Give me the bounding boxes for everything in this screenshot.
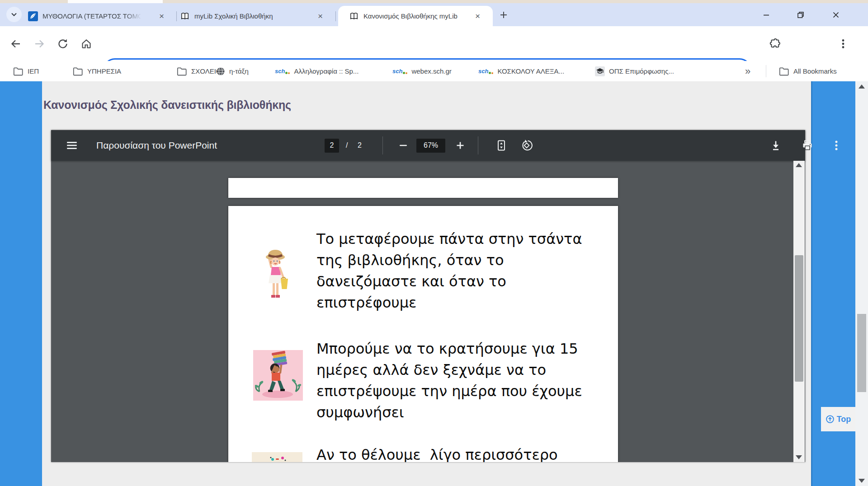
bookmark-ops-epimorfosis[interactable]: ΟΠΣ Επιμόρφωσης... <box>595 61 674 81</box>
reload-button[interactable] <box>55 36 71 51</box>
tab-mylib-library[interactable]: myLib Σχολική Βιβλιοθήκη × <box>180 6 334 26</box>
tab-rules-active[interactable]: Κανονισμός Βιβλιοθήκης myLib × <box>338 6 493 26</box>
tab-search-button[interactable] <box>6 7 22 22</box>
tab-close-icon[interactable]: × <box>159 12 164 20</box>
fit-to-page-icon <box>495 139 508 152</box>
extensions-button[interactable] <box>767 36 783 51</box>
pdf-more-options-button[interactable] <box>831 130 841 161</box>
pdf-scrollbar-thumb[interactable] <box>795 255 803 382</box>
page-content: Κανονισμός Σχολικής δανειστικής βιβλιοθή… <box>42 81 812 486</box>
home-button[interactable] <box>79 36 94 51</box>
partial-illustration <box>252 452 302 462</box>
tab-title: myLib Σχολική Βιβλιοθήκη <box>194 12 273 20</box>
scroll-up-icon[interactable] <box>796 163 802 167</box>
slide-line: επιστρέφουμε <box>316 292 582 313</box>
plus-icon <box>499 10 508 19</box>
minimize-button[interactable] <box>756 3 777 26</box>
bookmark-webex[interactable]: sch webex.sch.gr <box>392 61 452 81</box>
browser-scrollbar[interactable] <box>855 81 868 486</box>
all-bookmarks-button[interactable]: All Bookmarks <box>778 61 837 81</box>
back-to-top-button[interactable]: Top <box>821 407 855 431</box>
slide-line: επιστρέψουμε την ημέρα που έχουμε <box>316 381 582 402</box>
scroll-down-icon[interactable] <box>796 455 802 459</box>
print-icon <box>802 140 813 151</box>
pdf-scrollbar[interactable] <box>793 161 805 462</box>
tab-close-icon[interactable]: × <box>475 12 480 20</box>
tab-separator <box>335 11 336 21</box>
minimize-icon <box>763 11 770 19</box>
pdf-rotate-button[interactable] <box>520 130 533 161</box>
slide-line: της βιβλιοθήκης, όταν το <box>316 250 582 271</box>
pdf-menu-button[interactable] <box>66 130 77 161</box>
rotate-ccw-icon <box>520 139 533 152</box>
sch-logo-icon: sch <box>392 68 407 74</box>
pdf-zoom-out-button[interactable] <box>399 130 407 161</box>
bookmark-sxoleio[interactable]: ΣΧΟΛΕΙΟ <box>176 61 222 81</box>
restore-icon <box>797 11 804 19</box>
page-separator: / <box>346 130 348 161</box>
back-button[interactable] <box>8 36 24 51</box>
pdf-document-area[interactable]: Το μεταφέρουμε πάντα στην τσάντα της βιβ… <box>51 161 805 462</box>
browser-menu-button[interactable] <box>835 36 851 51</box>
pdf-zoom-in-button[interactable] <box>456 130 464 161</box>
slide-line: συμφωνήσει <box>316 402 582 423</box>
bookmark-iep[interactable]: ΙΕΠ <box>13 61 39 81</box>
tab-separator <box>176 11 177 21</box>
browser-scrollbar-thumb[interactable] <box>857 314 866 392</box>
slide-line: Αν το θέλουμε λίγο περισσότερο <box>316 444 558 462</box>
pdf-zoom-level-field[interactable]: 67% <box>416 130 445 161</box>
bookmark-label: η-τάξη <box>229 67 249 75</box>
pdf-download-button[interactable] <box>770 130 782 161</box>
new-tab-button[interactable] <box>499 10 508 19</box>
pdf-current-page-field[interactable]: 2 <box>325 130 339 161</box>
puzzle-icon <box>769 37 781 50</box>
tab-close-icon[interactable]: × <box>318 12 323 20</box>
sch-logo-icon: sch <box>275 68 290 74</box>
browser-window: ΜΥΘΟΛΟΓΙΑ (ΤΕΤΑΡΤΟΣ ΤΟΜΟ × myLib Σχολική… <box>0 0 868 486</box>
forward-arrow-icon <box>33 38 45 50</box>
home-icon <box>80 38 92 50</box>
pdf-toolbar-separator <box>478 136 478 154</box>
back-arrow-icon <box>10 38 22 50</box>
all-bookmarks-label: All Bookmarks <box>793 67 837 75</box>
scroll-down-icon[interactable] <box>859 479 865 483</box>
bookmarks-separator <box>766 65 766 77</box>
bookmark-allilografia[interactable]: sch Αλληλογραφία :: Sp... <box>275 61 359 81</box>
folder-icon <box>176 66 187 76</box>
graduation-cap-icon <box>595 66 605 76</box>
bookmarks-bar: ΙΕΠ ΥΠΗΡΕΣΙΑ ΣΧΟΛΕΙΟ η-τάξη sch Αλληλογρ… <box>0 61 868 82</box>
open-book-favicon-icon <box>349 11 359 21</box>
close-window-button[interactable] <box>826 3 846 26</box>
bookmark-ypiresia[interactable]: ΥΠΗΡΕΣΙΑ <box>72 61 121 81</box>
forward-button[interactable] <box>32 36 47 51</box>
slide-line: Το μεταφέρουμε πάντα στην τσάντα <box>316 229 582 250</box>
download-icon <box>770 140 782 151</box>
slide-line: ημέρες αλλά δεν ξεχνάμε να το <box>316 360 582 381</box>
top-button-label: Top <box>837 415 851 424</box>
pdf-viewer-embed: Παρουσίαση του PowerPoint 2 / 2 67% <box>51 130 805 462</box>
tab-mythologia[interactable]: ΜΥΘΟΛΟΓΙΑ (ΤΕΤΑΡΤΟΣ ΤΟΜΟ × <box>28 6 174 26</box>
total-pages: 2 <box>358 130 362 161</box>
bookmark-koskolou[interactable]: sch ΚΟΣΚΟΛΟΥ ΑΛΕΞΑ... <box>478 61 564 81</box>
webpage-viewport: Κανονισμός Σχολικής δανειστικής βιβλιοθή… <box>0 81 868 486</box>
minus-icon <box>399 141 407 150</box>
open-book-favicon-icon <box>180 11 190 21</box>
pdf-print-button[interactable] <box>802 130 813 161</box>
slide-paragraph-2: Μπορούμε να το κρατήσουμε για 15 ημέρες … <box>316 338 582 423</box>
desktop-edge <box>0 0 868 3</box>
restore-button[interactable] <box>790 3 811 26</box>
bookmark-label: ΚΟΣΚΟΛΟΥ ΑΛΕΞΑ... <box>497 67 564 75</box>
pdf-document-title: Παρουσίαση του PowerPoint <box>96 130 217 161</box>
chevron-down-icon <box>10 11 18 18</box>
pdf-fit-page-button[interactable] <box>495 130 508 161</box>
ebook-feather-favicon-icon <box>28 11 38 21</box>
navigation-toolbar: https://lib1nipmelissia.mysch.gr/rules <box>0 26 868 61</box>
scroll-up-icon[interactable] <box>859 84 865 89</box>
bookmark-etaxi[interactable]: η-τάξη <box>216 61 249 81</box>
bookmarks-overflow-button[interactable]: » <box>745 61 750 81</box>
pdf-toolbar: Παρουσίαση του PowerPoint 2 / 2 67% <box>51 130 805 161</box>
desktop-edge-highlight <box>68 0 163 3</box>
zoom-level-value: 67% <box>416 139 445 153</box>
bookmark-label: ΥΠΗΡΕΣΙΑ <box>87 67 121 75</box>
folder-icon <box>778 66 789 76</box>
